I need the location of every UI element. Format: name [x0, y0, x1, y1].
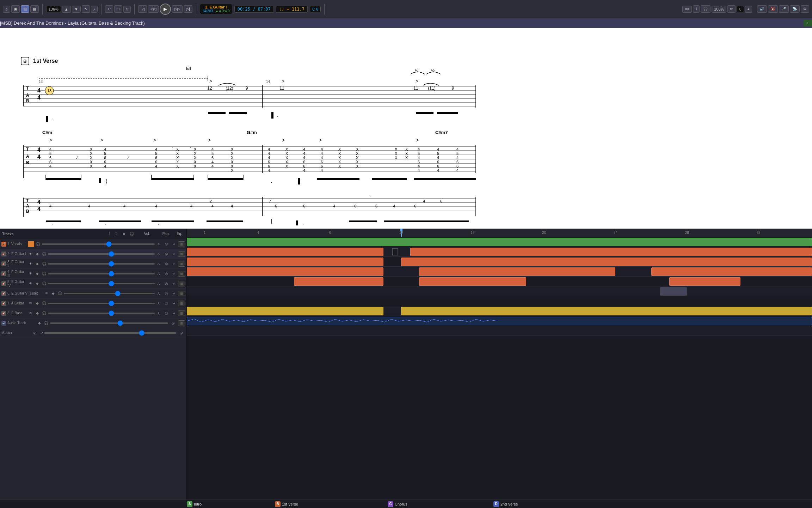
clip-eguitar5-a[interactable] — [660, 287, 687, 296]
track-vol-audio[interactable] — [50, 322, 168, 324]
microphone-btn[interactable]: 🎤 — [779, 5, 789, 13]
headphones-all-icon[interactable]: 🎧 — [129, 232, 135, 236]
track-solo-6[interactable]: 🎧 — [57, 291, 63, 296]
undo-btn[interactable]: ↩ — [105, 5, 113, 13]
track-mute-5[interactable]: ◆ — [35, 281, 40, 286]
track-pan-knob-3[interactable]: ◎ — [162, 261, 170, 267]
zoom-pct-btn[interactable]: 100% — [712, 6, 726, 13]
track-pan-knob-master[interactable]: ◎ — [31, 330, 38, 336]
track-pan-knob-audio[interactable]: ◎ — [169, 320, 177, 326]
track-mute-6[interactable]: ◆ — [50, 291, 56, 296]
clip-eguitar3-a[interactable] — [187, 267, 383, 276]
add-plugin-btn[interactable]: + — [745, 6, 752, 13]
track-solo-5[interactable]: 🎧 — [41, 281, 47, 286]
track-vol-6[interactable] — [64, 293, 155, 294]
track-pan-knob-8[interactable]: ◎ — [162, 310, 170, 316]
pencil-btn[interactable]: ✏ — [727, 5, 736, 13]
add-track-btn[interactable]: + — [804, 20, 812, 26]
clip-eguitar2-a[interactable] — [187, 258, 383, 266]
track-eq-1[interactable]: ||| — [178, 241, 185, 247]
clip-eguitar3-c[interactable] — [651, 267, 812, 276]
signal-btn[interactable]: 📡 — [790, 5, 800, 13]
track-vis-5[interactable]: 👁 — [28, 281, 33, 286]
play-btn[interactable]: ▶ — [160, 4, 171, 15]
track-eq-8[interactable]: ||| — [178, 310, 185, 316]
track-solo-4[interactable]: 🎧 — [41, 271, 47, 277]
clip-vocals-1[interactable] — [187, 238, 812, 246]
clip-eguitar1-a[interactable] — [187, 248, 383, 256]
track-solo-3[interactable]: 🎧 — [41, 261, 47, 267]
track-vis-6[interactable]: 👁 — [44, 291, 49, 296]
headphones-btn[interactable]: 🎧 — [701, 5, 710, 13]
clip-ebass-b[interactable] — [401, 307, 812, 315]
clip-ebass-a[interactable] — [187, 307, 383, 315]
clip-eguitar4-c[interactable] — [669, 277, 741, 286]
track-mute-4[interactable]: ◆ — [35, 271, 40, 277]
clip-eguitar3-b[interactable] — [419, 267, 616, 276]
track-mute-3[interactable]: ◆ — [35, 261, 40, 267]
track-vis-3[interactable]: 👁 — [28, 261, 33, 267]
track-vol-1[interactable] — [42, 243, 155, 245]
metronome-btn[interactable]: ♩ — [693, 5, 700, 13]
track-solo-7[interactable]: 🎧 — [41, 301, 47, 306]
rewind-btn[interactable]: ◁◁ — [148, 5, 159, 13]
track-mute-2[interactable]: ◆ — [35, 251, 40, 257]
goto-end-btn[interactable]: ▷| — [184, 5, 192, 13]
track-eq-audio[interactable]: ||| — [178, 320, 185, 326]
track-pan-knob-2[interactable]: ◎ — [162, 251, 170, 257]
marker-2nd-verse[interactable]: D 2nd Verse — [493, 501, 518, 507]
track-pan-knob-7[interactable]: ◎ — [162, 301, 170, 306]
settings-btn[interactable]: ⚙ — [801, 5, 809, 13]
track-pan-knob-1[interactable]: ◎ — [162, 241, 170, 247]
track-eq-4[interactable]: ||| — [178, 271, 185, 277]
track-solo-8[interactable]: 🎧 — [41, 310, 47, 316]
clip-eguitar2-b[interactable] — [401, 258, 812, 266]
marker-intro[interactable]: A Intro — [187, 501, 202, 507]
track-vis-7[interactable]: 👁 — [28, 301, 33, 306]
cursor-mode-btn[interactable]: ↖ — [82, 5, 90, 13]
home-button[interactable]: ⌂ — [3, 6, 10, 13]
clip-audio[interactable] — [187, 317, 812, 325]
collapse-icon[interactable]: ⊡ — [112, 232, 119, 236]
track-eq-5[interactable]: ||| — [178, 281, 185, 286]
track-vol-2[interactable] — [48, 253, 155, 255]
track-solo-2[interactable]: 🎧 — [41, 251, 47, 257]
goto-start-btn[interactable]: |◁ — [138, 5, 147, 13]
track-mute-8[interactable]: ◆ — [35, 310, 40, 316]
track-vis-2[interactable]: 👁 — [28, 251, 33, 257]
track-eq-3[interactable]: ||| — [178, 261, 185, 267]
clip-eguitar4-a[interactable] — [294, 277, 383, 286]
track-solo-audio[interactable]: 🎧 — [43, 320, 49, 326]
layout-btn-1[interactable]: ▣ — [11, 5, 20, 13]
track-vol-4[interactable] — [48, 273, 155, 274]
sound-btn[interactable]: 🔊 — [757, 5, 767, 13]
track-vis-4[interactable]: 👁 — [28, 271, 33, 277]
track-eq-2[interactable]: ||| — [178, 251, 185, 257]
track-mute-orange[interactable] — [28, 241, 34, 247]
master-pan-knob[interactable]: ◎ — [177, 330, 185, 336]
track-solo-1[interactable]: 🎧 — [35, 241, 41, 247]
track-pan-knob-6[interactable]: ◎ — [162, 291, 170, 296]
track-vol-3[interactable] — [48, 263, 155, 265]
fast-forward-btn[interactable]: ▷▷ — [172, 5, 183, 13]
marker-chorus[interactable]: C Chorus — [388, 501, 407, 507]
track-mute-7[interactable]: ◆ — [35, 301, 40, 306]
track-vol-7[interactable] — [48, 303, 155, 304]
mute-btn[interactable]: 🔇 — [768, 5, 778, 13]
marker-1st-verse[interactable]: B 1st Verse — [275, 501, 298, 507]
track-vol-master[interactable] — [44, 332, 176, 334]
clip-eguitar1-b[interactable] — [410, 248, 812, 256]
track-eq-7[interactable]: ||| — [178, 301, 185, 306]
track-vol-5[interactable] — [48, 283, 155, 284]
track-pan-knob-5[interactable]: ◎ — [162, 281, 170, 286]
print-btn[interactable]: ⎙ — [123, 6, 131, 13]
track-mute-audio[interactable]: ◆ — [37, 320, 42, 326]
zoom-down-btn[interactable]: ▼ — [72, 6, 81, 13]
track-vis-8[interactable]: 👁 — [28, 310, 33, 316]
clip-eguitar4-b[interactable] — [419, 277, 526, 286]
note-mode-btn[interactable]: ♪ — [91, 6, 98, 13]
track-pan-knob-4[interactable]: ◎ — [162, 271, 170, 277]
zoom-up-btn[interactable]: ▲ — [62, 6, 71, 13]
mixer-btn[interactable]: ≡≡ — [682, 6, 692, 13]
track-vol-8[interactable] — [48, 313, 155, 314]
